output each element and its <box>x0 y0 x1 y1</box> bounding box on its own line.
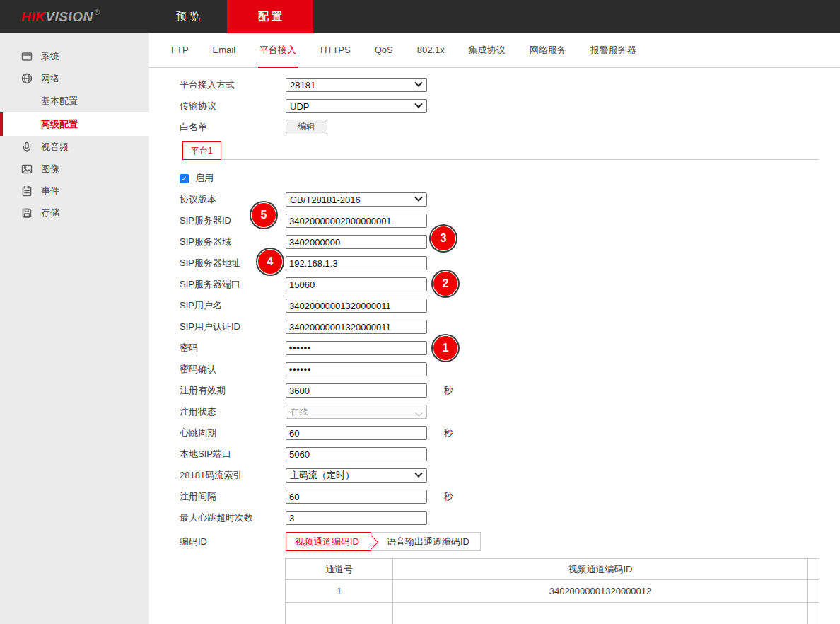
tab-video-channel-encode-id[interactable]: 视频通道编码ID <box>286 532 371 551</box>
table-spacer-cell <box>808 580 819 603</box>
protocol-version-value: GB/T28181-2016 <box>290 195 361 205</box>
nav-tab-preview[interactable]: 预 览 <box>149 0 227 33</box>
sip-server-port-input[interactable] <box>286 277 427 291</box>
password-confirm-label: 密码确认 <box>180 363 286 376</box>
chevron-down-icon <box>414 194 422 202</box>
tab-8021x[interactable]: 802.1x <box>416 33 446 68</box>
sidebar-item-advanced-config[interactable]: 高级配置 <box>0 112 149 136</box>
sip-server-id-input[interactable] <box>286 214 427 228</box>
chevron-down-icon <box>416 409 423 416</box>
password-label: 密码 <box>180 342 286 354</box>
logo-hik: HIK <box>21 9 45 25</box>
chevron-down-icon <box>414 100 422 108</box>
sidebar-item-label: 网络 <box>41 72 59 85</box>
logo-vision: VISION <box>45 9 93 25</box>
image-icon <box>21 163 33 175</box>
max-heartbeat-timeout-input[interactable] <box>286 511 427 525</box>
video-audio-icon <box>21 141 33 153</box>
sip-auth-id-input[interactable] <box>286 320 427 334</box>
stream-index-select[interactable]: 主码流（定时） <box>286 468 427 483</box>
sidebar-item-label: 事件 <box>41 185 59 197</box>
tab-network-service[interactable]: 网络服务 <box>528 33 568 68</box>
chevron-down-icon <box>414 79 422 87</box>
page: HIKVISION® 预 览 配 置 系统 网络 基本配置 高级配置 <box>0 0 840 624</box>
nav-tab-configuration[interactable]: 配 置 <box>227 0 313 33</box>
table-row[interactable] <box>286 603 819 624</box>
encode-id-table: 通道号 视频通道编码ID 1 34020000001320000012 <box>285 558 819 624</box>
access-mode-value: 28181 <box>290 80 315 91</box>
password-input[interactable] <box>286 341 427 355</box>
tab-alarm-server[interactable]: 报警服务器 <box>589 33 638 68</box>
top-header: HIKVISION® 预 览 配 置 <box>0 0 840 33</box>
settings-tabbar: FTP Email 平台接入 HTTPS QoS 802.1x 集成协议 网络服… <box>149 33 840 68</box>
register-status-select: 在线 <box>286 405 427 419</box>
sip-server-address-input[interactable] <box>286 256 427 270</box>
heartbeat-interval-unit: 秒 <box>444 427 453 439</box>
channel-no-cell <box>286 603 393 624</box>
protocol-version-select[interactable]: GB/T28181-2016 <box>286 192 427 207</box>
sidebar-item-label: 存储 <box>41 207 59 219</box>
sip-auth-id-label: SIP用户认证ID <box>180 320 286 333</box>
register-status-label: 注册状态 <box>180 405 286 418</box>
platform-access-form: 平台接入方式 28181 传输协议 UDP 白名单 编辑 平台1 <box>149 68 840 624</box>
sip-server-port-label: SIP服务器端口 <box>180 278 286 291</box>
sidebar-item-event[interactable]: 事件 <box>0 180 149 202</box>
table-spacer-cell <box>808 603 819 624</box>
sidebar-item-basic-config[interactable]: 基本配置 <box>0 89 149 112</box>
register-status-value: 在线 <box>290 405 308 418</box>
register-interval-input[interactable] <box>286 490 427 504</box>
table-row[interactable]: 1 34020000001320000012 <box>286 580 819 603</box>
tab-https[interactable]: HTTPS <box>319 33 352 68</box>
heartbeat-interval-label: 心跳周期 <box>180 427 286 439</box>
tab-email[interactable]: Email <box>211 33 238 68</box>
sip-server-domain-label: SIP服务器域 <box>180 236 286 248</box>
tab-ftp[interactable]: FTP <box>170 33 190 68</box>
sidebar-item-label: 基本配置 <box>41 95 78 108</box>
channel-no-header: 通道号 <box>286 559 393 580</box>
event-icon <box>21 185 33 197</box>
enable-label: 启用 <box>195 172 214 185</box>
sip-server-domain-input[interactable] <box>286 235 427 249</box>
video-encode-id-cell: 34020000001320000012 <box>393 580 808 603</box>
sidebar-item-image[interactable]: 图像 <box>0 158 149 180</box>
hikvision-logo: HIKVISION® <box>0 0 149 33</box>
enable-checkbox[interactable]: ✓ <box>180 174 189 183</box>
sidebar-item-label: 视音频 <box>41 141 69 154</box>
register-validity-input[interactable] <box>286 383 427 398</box>
password-confirm-input[interactable] <box>286 362 427 376</box>
access-mode-label: 平台接入方式 <box>180 79 286 91</box>
transport-protocol-select[interactable]: UDP <box>286 99 427 113</box>
table-header-row: 通道号 视频通道编码ID <box>286 559 819 580</box>
sidebar-item-label: 图像 <box>41 163 59 175</box>
platform1-tab[interactable]: 平台1 <box>182 141 221 160</box>
sidebar-item-label: 高级配置 <box>41 118 78 131</box>
heartbeat-interval-input[interactable] <box>286 426 427 440</box>
storage-icon <box>21 207 33 219</box>
sidebar-item-storage[interactable]: 存储 <box>0 202 149 224</box>
sidebar-item-video-audio[interactable]: 视音频 <box>0 136 149 158</box>
annotation-badge-3: 3 <box>431 226 455 250</box>
stream-index-value: 主码流（定时） <box>290 469 354 482</box>
annotation-badge-5: 5 <box>252 203 276 227</box>
sip-username-label: SIP用户名 <box>180 299 286 312</box>
tab-audio-output-encode-id[interactable]: 语音输出通道编码ID <box>371 532 481 551</box>
local-sip-port-input[interactable] <box>286 447 427 461</box>
register-validity-label: 注册有效期 <box>180 384 286 397</box>
whitelist-edit-button[interactable]: 编辑 <box>286 120 327 134</box>
access-mode-select[interactable]: 28181 <box>286 78 427 92</box>
platform-tab-row: 平台1 <box>182 141 819 160</box>
annotation-badge-2: 2 <box>433 272 457 296</box>
sidebar-item-system[interactable]: 系统 <box>0 45 149 67</box>
sidebar-item-network[interactable]: 网络 <box>0 67 149 89</box>
tab-integration-protocol[interactable]: 集成协议 <box>467 33 507 68</box>
video-encode-id-header: 视频通道编码ID <box>393 559 808 580</box>
logo-registered-mark: ® <box>95 8 100 16</box>
tab-platform-access[interactable]: 平台接入 <box>258 33 298 68</box>
tab-qos[interactable]: QoS <box>373 33 395 68</box>
chevron-down-icon <box>414 470 422 478</box>
stream-index-label: 28181码流索引 <box>180 469 286 482</box>
video-encode-id-cell <box>393 603 808 624</box>
annotation-badge-1: 1 <box>433 336 457 360</box>
sip-username-input[interactable] <box>286 299 427 313</box>
register-interval-label: 注册间隔 <box>180 490 286 503</box>
